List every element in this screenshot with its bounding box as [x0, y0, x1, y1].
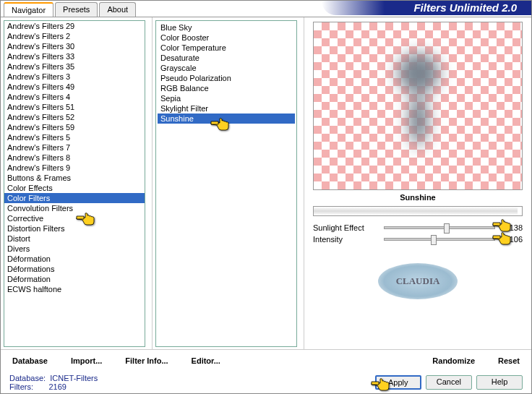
filter-item[interactable]: Skylight Filter	[158, 103, 295, 114]
footer-info: Database: ICNET-Filters Filters: 2169	[9, 374, 98, 391]
filter-item[interactable]: Color Temperature	[158, 43, 295, 53]
tab-presets[interactable]: Presets	[55, 2, 98, 17]
category-item[interactable]: Color Effects	[4, 183, 145, 193]
cancel-button[interactable]: Cancel	[426, 375, 472, 390]
tab-bar: NavigatorPresetsAbout	[4, 2, 137, 17]
category-item[interactable]: Andrew's Filters 4	[4, 92, 145, 102]
filter-item[interactable]: RGB Balance	[158, 83, 295, 93]
filter-item[interactable]: Color Booster	[158, 33, 295, 43]
category-item[interactable]: Andrew's Filters 9	[4, 163, 145, 173]
reset-button[interactable]: Reset	[494, 355, 524, 367]
category-item[interactable]: Distort	[4, 234, 145, 244]
category-item[interactable]: ECWS halftone	[4, 284, 145, 294]
progress-bar	[313, 206, 523, 216]
apply-button[interactable]: Apply	[375, 375, 421, 390]
category-item[interactable]: Andrew's Filters 52	[4, 112, 145, 122]
app-title: Filters Unlimited 2.0	[322, 1, 531, 15]
category-item[interactable]: Andrew's Filters 2	[4, 31, 145, 41]
category-item[interactable]: Andrew's Filters 35	[4, 61, 145, 72]
category-item[interactable]: Andrew's Filters 30	[4, 41, 145, 51]
category-item[interactable]: Déformations	[4, 264, 145, 274]
slider-intensity[interactable]: Intensity106	[313, 235, 523, 244]
editor-button[interactable]: Editor...	[187, 355, 225, 367]
preview-image	[393, 51, 444, 153]
filter-item[interactable]: Sunshine	[158, 114, 295, 124]
category-item[interactable]: Andrew's Filters 5	[4, 132, 145, 142]
tab-navigator[interactable]: Navigator	[4, 2, 53, 17]
slider-label: Sunlight Effect	[313, 223, 378, 232]
database-button[interactable]: Database	[8, 355, 52, 367]
slider-value: 138	[501, 223, 523, 232]
slider-thumb[interactable]	[444, 223, 450, 234]
preview-label: Sunshine	[309, 190, 527, 205]
category-item[interactable]: Andrew's Filters 59	[4, 122, 145, 132]
category-list[interactable]: Andrew's Filters 29Andrew's Filters 2And…	[4, 20, 145, 347]
category-item[interactable]: Andrew's Filters 49	[4, 82, 145, 92]
category-item[interactable]: Andrew's Filters 7	[4, 142, 145, 153]
category-item[interactable]: Distortion Filters	[4, 223, 145, 234]
randomize-button[interactable]: Randomize	[428, 355, 479, 367]
category-item[interactable]: Color Filters	[4, 193, 145, 203]
watermark: CLAUDIA	[378, 263, 458, 299]
category-item[interactable]: Buttons & Frames	[4, 173, 145, 183]
slider-label: Intensity	[313, 235, 378, 244]
preview-area	[313, 22, 523, 190]
category-item[interactable]: Déformation	[4, 254, 145, 264]
category-item[interactable]: Déformation	[4, 274, 145, 284]
filter-item[interactable]: Sepia	[158, 93, 295, 103]
help-button[interactable]: Help	[476, 375, 523, 390]
tab-about[interactable]: About	[99, 2, 136, 17]
filter-item[interactable]: Grayscale	[158, 63, 295, 73]
import-button[interactable]: Import...	[66, 355, 106, 367]
slider-track[interactable]	[384, 226, 495, 229]
category-item[interactable]: Corrective	[4, 213, 145, 223]
category-item[interactable]: Andrew's Filters 29	[4, 21, 145, 31]
category-item[interactable]: Convolution Filters	[4, 203, 145, 213]
filter-list[interactable]: Blue SkyColor BoosterColor TemperatureDe…	[155, 20, 297, 347]
filter-item[interactable]: Desaturate	[158, 53, 295, 63]
slider-track[interactable]	[384, 238, 495, 241]
category-item[interactable]: Andrew's Filters 51	[4, 102, 145, 112]
category-item[interactable]: Andrew's Filters 3	[4, 72, 145, 82]
category-item[interactable]: Andrew's Filters 33	[4, 51, 145, 61]
slider-thumb[interactable]	[431, 235, 437, 245]
slider-sunlight-effect[interactable]: Sunlight Effect138	[313, 223, 523, 232]
filterinfo-button[interactable]: Filter Info...	[121, 355, 172, 367]
category-item[interactable]: Andrew's Filters 8	[4, 153, 145, 163]
filter-item[interactable]: Blue Sky	[158, 22, 295, 33]
category-item[interactable]: Divers	[4, 244, 145, 254]
slider-value: 106	[501, 235, 523, 244]
filter-item[interactable]: Pseudo Polarization	[158, 73, 295, 83]
